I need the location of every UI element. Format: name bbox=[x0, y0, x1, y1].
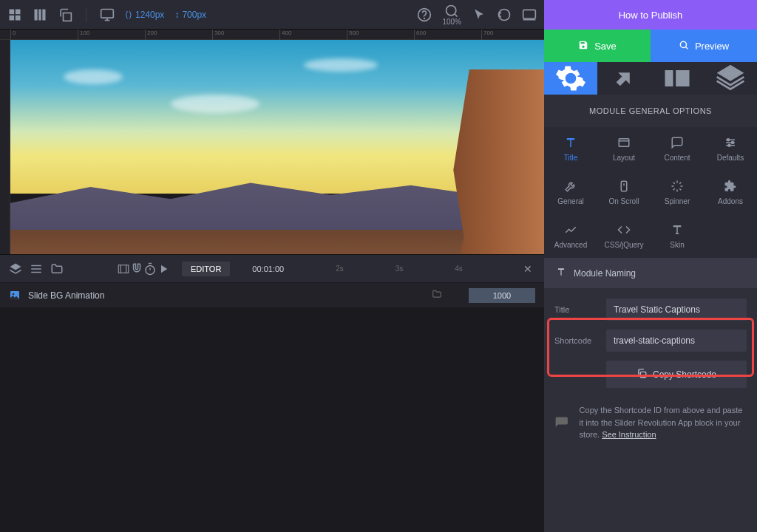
svg-point-38 bbox=[727, 139, 730, 141]
stopwatch-icon[interactable] bbox=[143, 262, 157, 276]
option-advanced[interactable]: Advanced bbox=[544, 214, 597, 258]
svg-rect-1 bbox=[16, 9, 21, 14]
device-icon[interactable] bbox=[522, 7, 537, 22]
puzzle-icon bbox=[724, 180, 737, 193]
svg-rect-4 bbox=[35, 9, 38, 20]
copy-shortcode-button[interactable]: Copy Shortcode bbox=[606, 361, 747, 388]
svg-rect-8 bbox=[101, 9, 114, 18]
svg-line-30 bbox=[685, 47, 688, 49]
svg-rect-2 bbox=[10, 15, 15, 20]
folder-icon[interactable] bbox=[50, 262, 64, 276]
copy-icon[interactable] bbox=[58, 7, 72, 22]
option-css[interactable]: CSS/jQuery bbox=[597, 214, 651, 258]
keyframe-block[interactable]: 1000 bbox=[469, 288, 535, 303]
grid-view-icon[interactable] bbox=[7, 7, 22, 22]
option-content[interactable]: Content bbox=[651, 127, 704, 171]
skin-icon bbox=[671, 223, 684, 236]
svg-rect-3 bbox=[16, 15, 21, 20]
cursor-icon[interactable] bbox=[472, 7, 486, 22]
editor-mode-badge[interactable]: EDITOR bbox=[182, 262, 230, 276]
shortcode-label: Shortcode bbox=[554, 336, 599, 345]
svg-point-13 bbox=[447, 5, 456, 15]
how-to-publish-button[interactable]: How to Publish bbox=[544, 0, 757, 30]
save-button[interactable]: Save bbox=[544, 30, 651, 62]
see-instruction-link[interactable]: See Instruction bbox=[602, 430, 656, 439]
magnet-icon[interactable] bbox=[130, 262, 143, 276]
zoom-icon[interactable] bbox=[444, 4, 459, 18]
ruler-horizontal: 0 100 200 300 400 500 600 700 bbox=[0, 30, 544, 40]
desktop-icon[interactable] bbox=[100, 7, 115, 22]
image-icon bbox=[9, 290, 21, 301]
svg-rect-43 bbox=[676, 233, 679, 235]
copy-icon bbox=[637, 368, 647, 381]
timeline-tick: 3s bbox=[396, 265, 404, 273]
layers-icon[interactable] bbox=[9, 262, 22, 276]
svg-rect-7 bbox=[64, 13, 72, 21]
option-general[interactable]: General bbox=[544, 171, 597, 214]
svg-rect-31 bbox=[665, 70, 673, 86]
svg-point-39 bbox=[732, 142, 734, 144]
scroll-icon bbox=[617, 180, 631, 193]
wrench-icon bbox=[564, 180, 577, 193]
option-title[interactable]: Title bbox=[544, 127, 597, 171]
canvas-area[interactable]: 0 100 200 300 400 500 600 700 bbox=[0, 30, 544, 254]
title-label: Title bbox=[554, 305, 599, 314]
info-row: Copy the Shortcode ID from above and pas… bbox=[544, 401, 757, 454]
ruler-vertical bbox=[0, 40, 10, 254]
columns-icon[interactable] bbox=[33, 7, 47, 22]
svg-point-40 bbox=[728, 144, 730, 146]
zoom-value: 100% bbox=[442, 18, 461, 26]
play-icon[interactable] bbox=[157, 262, 170, 276]
timeline-close[interactable]: ✕ bbox=[512, 263, 544, 275]
option-onscroll[interactable]: On Scroll bbox=[597, 171, 651, 214]
chart-icon bbox=[564, 223, 577, 236]
svg-point-28 bbox=[13, 293, 15, 295]
option-addons[interactable]: Addons bbox=[704, 171, 757, 214]
svg-rect-5 bbox=[38, 9, 41, 20]
canvas-height[interactable]: ↕700px bbox=[174, 10, 206, 20]
svg-rect-32 bbox=[676, 70, 689, 86]
layer-name: Slide BG Animation bbox=[28, 290, 424, 301]
tab-slides[interactable] bbox=[651, 62, 704, 95]
content-icon bbox=[671, 136, 684, 149]
top-toolbar: ⟨⟩1240px ↕700px 100% bbox=[0, 0, 544, 30]
canvas-width[interactable]: ⟨⟩1240px bbox=[125, 10, 164, 20]
title-input[interactable] bbox=[606, 299, 747, 321]
option-spinner[interactable]: Spinner bbox=[651, 171, 704, 214]
timeline-tick: 4s bbox=[455, 265, 463, 273]
option-defaults[interactable]: Defaults bbox=[704, 127, 757, 171]
shortcode-input[interactable] bbox=[606, 330, 747, 352]
toolbar-divider bbox=[86, 7, 86, 22]
list-icon[interactable] bbox=[30, 262, 43, 276]
timeline-time: 00:01:00 bbox=[252, 265, 284, 273]
title-icon bbox=[556, 267, 566, 279]
timeline-tick: 2s bbox=[336, 265, 344, 273]
option-layout[interactable]: Layout bbox=[597, 127, 651, 171]
subsection-header[interactable]: Module Naming bbox=[544, 258, 757, 288]
section-title: MODULE GENERAL OPTIONS bbox=[544, 95, 757, 127]
layer-folder-icon[interactable] bbox=[432, 289, 442, 301]
code-icon bbox=[617, 223, 631, 236]
layout-icon bbox=[617, 136, 631, 149]
svg-point-12 bbox=[424, 18, 425, 18]
tab-layers[interactable] bbox=[704, 62, 757, 95]
timeline-layer-row[interactable]: Slide BG Animation 1000 bbox=[0, 282, 544, 307]
svg-line-14 bbox=[455, 14, 457, 16]
options-grid: Title Layout Content Defaults General On… bbox=[544, 127, 757, 258]
save-icon bbox=[578, 40, 588, 52]
undo-icon[interactable] bbox=[497, 7, 512, 22]
help-icon[interactable] bbox=[417, 7, 432, 22]
slide-canvas[interactable] bbox=[10, 40, 544, 254]
frames-icon[interactable] bbox=[117, 262, 130, 276]
svg-rect-44 bbox=[640, 372, 646, 378]
timeline-empty bbox=[0, 307, 544, 532]
sidebar: How to Publish Save Preview MODULE GENER… bbox=[544, 0, 757, 532]
tab-settings[interactable] bbox=[544, 62, 597, 95]
search-icon bbox=[679, 40, 689, 52]
defaults-icon bbox=[724, 136, 737, 149]
info-icon bbox=[554, 406, 569, 441]
sidebar-tabs bbox=[544, 62, 757, 95]
preview-button[interactable]: Preview bbox=[651, 30, 757, 62]
option-skin[interactable]: Skin bbox=[651, 214, 704, 258]
tab-navigation[interactable] bbox=[597, 62, 651, 95]
